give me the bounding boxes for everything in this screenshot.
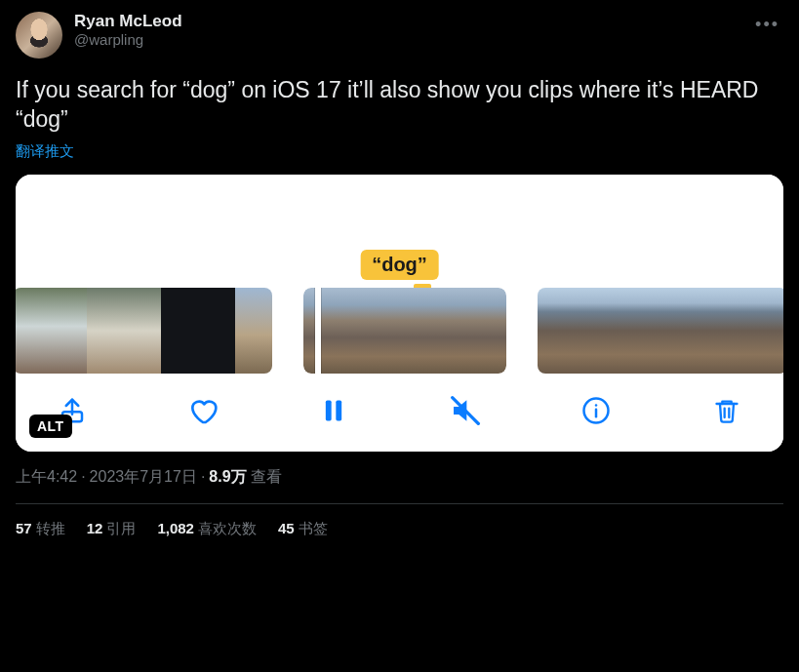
svg-rect-1 bbox=[326, 400, 332, 420]
quotes-stat[interactable]: 12引用 bbox=[87, 520, 137, 538]
alt-badge[interactable]: ALT bbox=[29, 415, 72, 438]
pause-button[interactable] bbox=[314, 391, 353, 430]
svg-rect-2 bbox=[337, 400, 342, 420]
likes-stat[interactable]: 1,082喜欢次数 bbox=[157, 520, 257, 538]
video-timeline[interactable] bbox=[16, 288, 783, 374]
search-term-badge: “dog” bbox=[360, 250, 439, 280]
mute-button[interactable] bbox=[446, 391, 485, 430]
trash-icon bbox=[713, 397, 740, 424]
views-count: 8.9万 bbox=[209, 468, 246, 485]
pause-icon bbox=[320, 397, 347, 424]
tweet-container: Ryan McLeod @warpling ••• If you search … bbox=[0, 0, 799, 538]
info-button[interactable] bbox=[577, 391, 616, 430]
tweet-time[interactable]: 上午4:42 bbox=[16, 468, 77, 485]
playhead[interactable] bbox=[315, 288, 321, 374]
media-controls bbox=[16, 374, 783, 452]
bookmarks-stat[interactable]: 45书签 bbox=[278, 520, 328, 538]
tweet-stats: 57转推 12引用 1,082喜欢次数 45书签 bbox=[16, 504, 783, 538]
mute-icon bbox=[450, 395, 481, 426]
tweet-text: If you search for “dog” on iOS 17 it’ll … bbox=[16, 76, 783, 135]
views-label: 查看 bbox=[251, 468, 282, 485]
user-handle[interactable]: @warpling bbox=[74, 31, 182, 48]
clip-thumbnail[interactable] bbox=[303, 288, 506, 374]
heart-icon bbox=[187, 395, 219, 426]
clip-thumbnail[interactable] bbox=[538, 288, 784, 374]
like-button[interactable] bbox=[183, 391, 222, 430]
clip-thumbnail[interactable] bbox=[16, 288, 272, 374]
tweet-meta: 上午4:42·2023年7月17日·8.9万 查看 bbox=[16, 467, 783, 488]
user-names: Ryan McLeod @warpling bbox=[74, 12, 182, 59]
display-name[interactable]: Ryan McLeod bbox=[74, 12, 182, 31]
media-top: “dog” bbox=[16, 175, 783, 288]
tweet-date[interactable]: 2023年7月17日 bbox=[90, 468, 197, 485]
retweets-stat[interactable]: 57转推 bbox=[16, 520, 65, 538]
more-button[interactable]: ••• bbox=[751, 12, 783, 38]
translate-link[interactable]: 翻译推文 bbox=[16, 142, 783, 161]
user-block[interactable]: Ryan McLeod @warpling bbox=[16, 12, 182, 59]
media-card[interactable]: “dog” bbox=[16, 175, 783, 452]
svg-point-6 bbox=[595, 404, 598, 407]
tweet-header: Ryan McLeod @warpling ••• bbox=[16, 12, 783, 59]
more-icon: ••• bbox=[755, 15, 779, 34]
avatar[interactable] bbox=[16, 12, 62, 59]
info-icon bbox=[581, 396, 611, 425]
delete-button[interactable] bbox=[707, 391, 746, 430]
